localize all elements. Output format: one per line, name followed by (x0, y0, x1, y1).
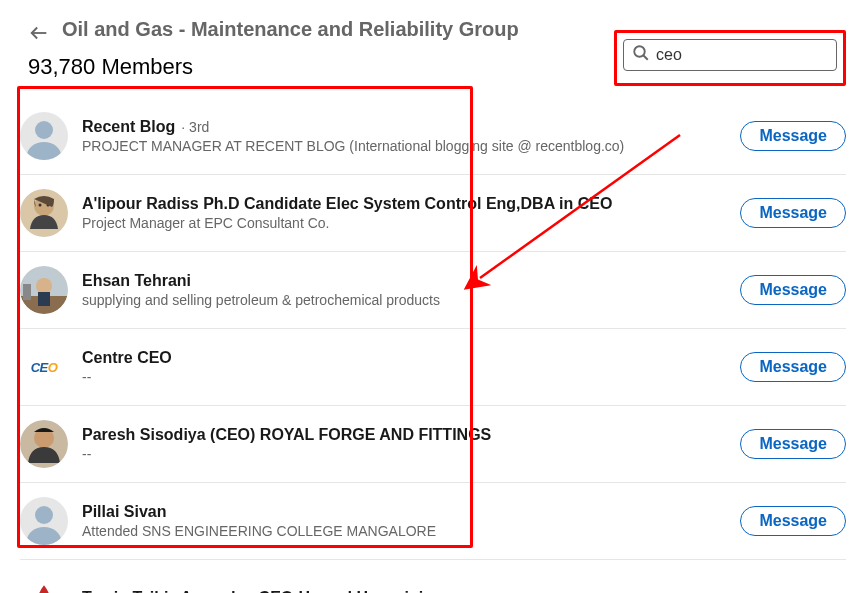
avatar (20, 266, 68, 314)
message-button[interactable]: Message (740, 275, 846, 305)
list-item[interactable]: A'lipour Radiss Ph.D Candidate Elec Syst… (20, 175, 846, 252)
search-input[interactable] (656, 46, 828, 64)
member-name: Centre CEO (82, 349, 172, 367)
avatar (20, 574, 68, 593)
svg-point-11 (36, 278, 52, 294)
svg-rect-12 (38, 292, 50, 306)
search-icon (632, 44, 650, 66)
svg-point-3 (35, 121, 53, 139)
member-name: Paresh Sisodiya (CEO) ROYAL FORGE AND FI… (82, 426, 491, 444)
search-box[interactable] (623, 39, 837, 71)
list-item[interactable]: Recent Blog · 3rd PROJECT MANAGER AT REC… (20, 92, 846, 175)
svg-point-7 (39, 204, 42, 207)
svg-point-1 (634, 46, 645, 57)
message-button[interactable]: Message (740, 506, 846, 536)
list-item[interactable]: Pillai Sivan Attended SNS ENGINEERING CO… (20, 483, 846, 560)
member-subtitle: Attended SNS ENGINEERING COLLEGE MANGALO… (82, 523, 740, 539)
logo-icon: CEO (20, 343, 68, 391)
back-arrow-icon[interactable] (28, 22, 50, 48)
member-name: A'lipour Radiss Ph.D Candidate Elec Syst… (82, 195, 612, 213)
svg-point-16 (35, 506, 53, 524)
svg-point-4 (27, 142, 61, 160)
message-button[interactable]: Message (740, 121, 846, 151)
message-button[interactable]: Message (740, 352, 846, 382)
list-item[interactable]: Ehsan Tehrani supplying and selling petr… (20, 252, 846, 329)
list-item[interactable]: Paresh Sisodiya (CEO) ROYAL FORGE AND FI… (20, 406, 846, 483)
avatar (20, 497, 68, 545)
svg-line-2 (643, 55, 648, 60)
connection-degree: · 3rd (181, 119, 209, 135)
member-subtitle: PROJECT MANAGER AT RECENT BLOG (Internat… (82, 138, 740, 154)
message-button[interactable]: Message (740, 198, 846, 228)
svg-point-17 (27, 527, 61, 545)
avatar: CEO (20, 343, 68, 391)
annotation-search-highlight (614, 30, 846, 86)
list-item[interactable]: Tamin Tajhiz Aryandan CEO-Hamed Hosseini (20, 560, 846, 593)
member-subtitle: Project Manager at EPC Consultant Co. (82, 215, 740, 231)
avatar (20, 189, 68, 237)
member-subtitle: -- (82, 369, 740, 385)
svg-rect-13 (23, 284, 31, 300)
member-name: Ehsan Tehrani (82, 272, 191, 290)
avatar (20, 420, 68, 468)
list-item[interactable]: CEO Centre CEO -- Message (20, 329, 846, 406)
avatar (20, 112, 68, 160)
message-button[interactable]: Message (740, 429, 846, 459)
member-name: Recent Blog (82, 118, 175, 136)
member-subtitle: -- (82, 446, 740, 462)
member-list: Recent Blog · 3rd PROJECT MANAGER AT REC… (0, 92, 866, 593)
member-name: Pillai Sivan (82, 503, 166, 521)
member-subtitle: supplying and selling petroleum & petroc… (82, 292, 740, 308)
member-name: Tamin Tajhiz Aryandan CEO-Hamed Hosseini (82, 589, 423, 593)
